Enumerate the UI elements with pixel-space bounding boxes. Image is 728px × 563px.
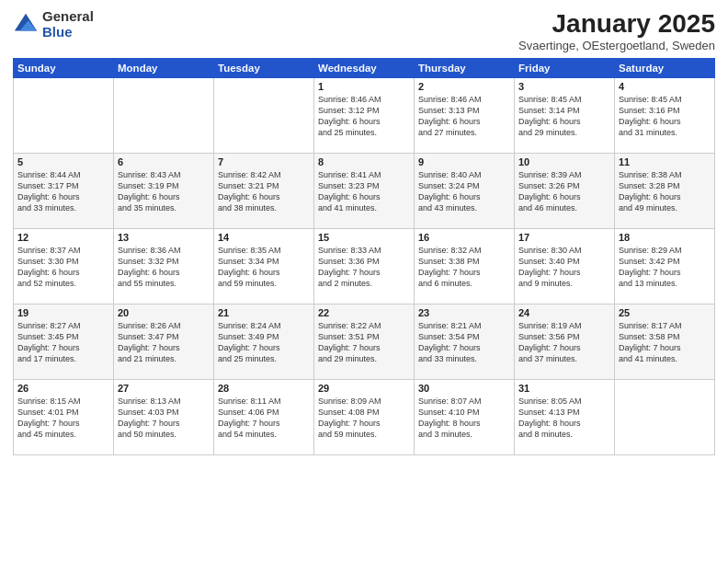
day-cell: 29Sunrise: 8:09 AM Sunset: 4:08 PM Dayli… — [314, 380, 415, 455]
day-info: Sunrise: 8:30 AM Sunset: 3:40 PM Dayligh… — [518, 245, 610, 290]
day-number: 30 — [418, 383, 510, 394]
day-info: Sunrise: 8:29 AM Sunset: 3:42 PM Dayligh… — [619, 245, 711, 290]
day-info: Sunrise: 8:38 AM Sunset: 3:28 PM Dayligh… — [619, 169, 711, 214]
day-info: Sunrise: 8:46 AM Sunset: 3:13 PM Dayligh… — [418, 94, 510, 139]
day-number: 11 — [619, 156, 711, 167]
day-cell: 12Sunrise: 8:37 AM Sunset: 3:30 PM Dayli… — [14, 229, 114, 304]
day-info: Sunrise: 8:27 AM Sunset: 3:45 PM Dayligh… — [17, 320, 109, 365]
day-info: Sunrise: 8:19 AM Sunset: 3:56 PM Dayligh… — [518, 320, 610, 365]
day-info: Sunrise: 8:21 AM Sunset: 3:54 PM Dayligh… — [418, 320, 510, 365]
day-number: 3 — [518, 81, 610, 92]
header: General Blue January 2025 Svaertinge, OE… — [13, 9, 715, 52]
day-number: 10 — [518, 156, 610, 167]
day-info: Sunrise: 8:40 AM Sunset: 3:24 PM Dayligh… — [418, 169, 510, 214]
day-number: 25 — [619, 307, 711, 318]
day-info: Sunrise: 8:05 AM Sunset: 4:13 PM Dayligh… — [518, 396, 610, 441]
day-info: Sunrise: 8:45 AM Sunset: 3:14 PM Dayligh… — [518, 94, 610, 139]
day-number: 27 — [118, 383, 210, 394]
col-wednesday: Wednesday — [314, 59, 415, 78]
calendar-body: 1Sunrise: 8:46 AM Sunset: 3:12 PM Daylig… — [14, 78, 715, 455]
week-row-5: 26Sunrise: 8:15 AM Sunset: 4:01 PM Dayli… — [14, 380, 715, 455]
day-cell: 18Sunrise: 8:29 AM Sunset: 3:42 PM Dayli… — [615, 229, 715, 304]
day-number: 16 — [418, 232, 510, 243]
day-info: Sunrise: 8:26 AM Sunset: 3:47 PM Dayligh… — [118, 320, 210, 365]
col-tuesday: Tuesday — [214, 59, 314, 78]
day-number: 7 — [218, 156, 310, 167]
day-cell: 6Sunrise: 8:43 AM Sunset: 3:19 PM Daylig… — [114, 154, 214, 229]
day-number: 17 — [518, 232, 610, 243]
day-number: 6 — [118, 156, 210, 167]
day-info: Sunrise: 8:44 AM Sunset: 3:17 PM Dayligh… — [17, 169, 109, 214]
col-monday: Monday — [114, 59, 214, 78]
day-info: Sunrise: 8:09 AM Sunset: 4:08 PM Dayligh… — [318, 396, 410, 441]
day-cell: 13Sunrise: 8:36 AM Sunset: 3:32 PM Dayli… — [114, 229, 214, 304]
day-cell: 21Sunrise: 8:24 AM Sunset: 3:49 PM Dayli… — [214, 304, 314, 380]
day-info: Sunrise: 8:17 AM Sunset: 3:58 PM Dayligh… — [619, 320, 711, 365]
day-info: Sunrise: 8:46 AM Sunset: 3:12 PM Dayligh… — [318, 94, 410, 139]
calendar-header: Sunday Monday Tuesday Wednesday Thursday… — [14, 59, 715, 78]
header-row: Sunday Monday Tuesday Wednesday Thursday… — [14, 59, 715, 78]
day-number: 31 — [518, 383, 610, 394]
day-cell: 5Sunrise: 8:44 AM Sunset: 3:17 PM Daylig… — [14, 154, 114, 229]
calendar-table: Sunday Monday Tuesday Wednesday Thursday… — [13, 58, 715, 455]
day-cell: 30Sunrise: 8:07 AM Sunset: 4:10 PM Dayli… — [415, 380, 515, 455]
day-number: 14 — [218, 232, 310, 243]
col-sunday: Sunday — [14, 59, 114, 78]
day-info: Sunrise: 8:33 AM Sunset: 3:36 PM Dayligh… — [318, 245, 410, 290]
day-cell: 16Sunrise: 8:32 AM Sunset: 3:38 PM Dayli… — [415, 229, 515, 304]
day-cell: 11Sunrise: 8:38 AM Sunset: 3:28 PM Dayli… — [615, 154, 715, 229]
day-cell: 31Sunrise: 8:05 AM Sunset: 4:13 PM Dayli… — [515, 380, 615, 455]
day-number: 23 — [418, 307, 510, 318]
day-info: Sunrise: 8:32 AM Sunset: 3:38 PM Dayligh… — [418, 245, 510, 290]
day-cell: 1Sunrise: 8:46 AM Sunset: 3:12 PM Daylig… — [314, 78, 415, 154]
day-info: Sunrise: 8:07 AM Sunset: 4:10 PM Dayligh… — [418, 396, 510, 441]
day-info: Sunrise: 8:39 AM Sunset: 3:26 PM Dayligh… — [518, 169, 610, 214]
day-info: Sunrise: 8:41 AM Sunset: 3:23 PM Dayligh… — [318, 169, 410, 214]
day-number: 22 — [318, 307, 410, 318]
logo-general: General — [42, 9, 94, 25]
day-number: 28 — [218, 383, 310, 394]
day-cell: 19Sunrise: 8:27 AM Sunset: 3:45 PM Dayli… — [14, 304, 114, 380]
day-cell: 8Sunrise: 8:41 AM Sunset: 3:23 PM Daylig… — [314, 154, 415, 229]
day-cell: 27Sunrise: 8:13 AM Sunset: 4:03 PM Dayli… — [114, 380, 214, 455]
day-number: 26 — [17, 383, 109, 394]
day-cell: 7Sunrise: 8:42 AM Sunset: 3:21 PM Daylig… — [214, 154, 314, 229]
day-number: 2 — [418, 81, 510, 92]
day-info: Sunrise: 8:36 AM Sunset: 3:32 PM Dayligh… — [118, 245, 210, 290]
logo-blue: Blue — [42, 25, 94, 40]
day-info: Sunrise: 8:42 AM Sunset: 3:21 PM Dayligh… — [218, 169, 310, 214]
logo-text: General Blue — [42, 9, 94, 40]
col-thursday: Thursday — [415, 59, 515, 78]
week-row-4: 19Sunrise: 8:27 AM Sunset: 3:45 PM Dayli… — [14, 304, 715, 380]
day-number: 29 — [318, 383, 410, 394]
day-number: 4 — [619, 81, 711, 92]
day-cell: 24Sunrise: 8:19 AM Sunset: 3:56 PM Dayli… — [515, 304, 615, 380]
day-number: 21 — [218, 307, 310, 318]
day-cell: 23Sunrise: 8:21 AM Sunset: 3:54 PM Dayli… — [415, 304, 515, 380]
day-number: 12 — [17, 232, 109, 243]
day-cell: 28Sunrise: 8:11 AM Sunset: 4:06 PM Dayli… — [214, 380, 314, 455]
day-info: Sunrise: 8:24 AM Sunset: 3:49 PM Dayligh… — [218, 320, 310, 365]
day-number: 1 — [318, 81, 410, 92]
logo-icon — [13, 12, 39, 38]
day-number: 9 — [418, 156, 510, 167]
day-cell: 17Sunrise: 8:30 AM Sunset: 3:40 PM Dayli… — [515, 229, 615, 304]
day-number: 13 — [118, 232, 210, 243]
logo: General Blue — [13, 9, 94, 40]
day-cell: 4Sunrise: 8:45 AM Sunset: 3:16 PM Daylig… — [615, 78, 715, 154]
day-number: 20 — [118, 307, 210, 318]
day-info: Sunrise: 8:22 AM Sunset: 3:51 PM Dayligh… — [318, 320, 410, 365]
day-number: 24 — [518, 307, 610, 318]
page: General Blue January 2025 Svaertinge, OE… — [0, 0, 728, 563]
day-cell: 20Sunrise: 8:26 AM Sunset: 3:47 PM Dayli… — [114, 304, 214, 380]
day-info: Sunrise: 8:11 AM Sunset: 4:06 PM Dayligh… — [218, 396, 310, 441]
day-cell — [114, 78, 214, 154]
day-number: 18 — [619, 232, 711, 243]
week-row-2: 5Sunrise: 8:44 AM Sunset: 3:17 PM Daylig… — [14, 154, 715, 229]
day-info: Sunrise: 8:43 AM Sunset: 3:19 PM Dayligh… — [118, 169, 210, 214]
day-cell: 3Sunrise: 8:45 AM Sunset: 3:14 PM Daylig… — [515, 78, 615, 154]
day-cell: 10Sunrise: 8:39 AM Sunset: 3:26 PM Dayli… — [515, 154, 615, 229]
day-info: Sunrise: 8:15 AM Sunset: 4:01 PM Dayligh… — [17, 396, 109, 441]
day-info: Sunrise: 8:45 AM Sunset: 3:16 PM Dayligh… — [619, 94, 711, 139]
day-cell — [214, 78, 314, 154]
